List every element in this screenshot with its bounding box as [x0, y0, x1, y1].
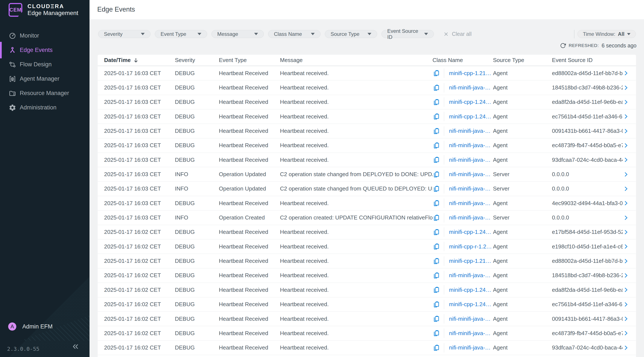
column-header-event-type[interactable]: Event Type [219, 57, 280, 63]
row-detail-chevron-icon[interactable] [623, 157, 629, 163]
row-detail-chevron-icon[interactable] [623, 243, 629, 250]
copy-icon[interactable] [432, 69, 440, 77]
copy-icon[interactable] [432, 272, 440, 279]
copy-icon[interactable] [432, 229, 440, 236]
column-header-event-source-id[interactable]: Event Source ID [552, 57, 623, 63]
table-row[interactable]: 2025-01-17 16:03 CET DEBUG Heartbeat Rec… [98, 80, 636, 95]
column-header-datetime[interactable]: Date/Time [98, 57, 175, 63]
sidebar-item-flow-design[interactable]: Flow Design [0, 57, 90, 72]
row-detail-chevron-icon[interactable] [623, 128, 629, 134]
class-name-link[interactable]: minifi-cpp-1.24… [449, 99, 491, 105]
row-detail-chevron-icon[interactable] [623, 70, 629, 76]
class-name-link[interactable]: nifi-minifi-java-… [449, 185, 491, 192]
class-name-link[interactable]: nifi-minifi-java-… [449, 128, 491, 134]
copy-icon[interactable] [432, 84, 440, 91]
class-name-link[interactable]: nifi-minifi-java-… [449, 214, 491, 221]
row-detail-chevron-icon[interactable] [623, 113, 629, 120]
class-name-link[interactable]: nifi-minifi-java-… [449, 171, 491, 178]
copy-icon[interactable] [432, 258, 440, 265]
copy-icon[interactable] [432, 185, 440, 192]
copy-icon[interactable] [432, 156, 440, 163]
sidebar-item-edge-events[interactable]: Edge Events [0, 43, 90, 57]
table-row[interactable]: 2025-01-17 16:02 CET DEBUG Heartbeat Rec… [98, 225, 636, 239]
row-detail-chevron-icon[interactable] [623, 301, 629, 308]
table-row[interactable]: 2025-01-17 16:03 CET DEBUG Heartbeat Rec… [98, 66, 636, 80]
row-detail-chevron-icon[interactable] [623, 84, 629, 91]
table-row[interactable]: 2025-01-17 16:02 CET DEBUG Heartbeat Rec… [98, 283, 636, 297]
table-row[interactable]: 2025-01-17 16:03 CET DEBUG Heartbeat Rec… [98, 95, 636, 109]
table-row[interactable]: 2025-01-17 16:02 CET DEBUG Heartbeat Rec… [98, 326, 636, 341]
copy-icon[interactable] [432, 315, 440, 323]
class-name-link[interactable]: nifi-minifi-java-… [449, 272, 491, 279]
class-name-link[interactable]: minifi-cpp-1.24… [449, 287, 491, 293]
class-name-link[interactable]: nifi-minifi-java-… [449, 316, 491, 322]
table-row[interactable]: 2025-01-17 16:02 CET DEBUG Heartbeat Rec… [98, 239, 636, 254]
class-name-link[interactable]: minifi-cpp-1.21… [449, 70, 491, 77]
table-row[interactable]: 2025-01-17 16:03 CET DEBUG Heartbeat Rec… [98, 109, 636, 124]
filter-severity[interactable]: Severity [98, 30, 150, 38]
column-header-class-name[interactable]: Class Name [432, 57, 493, 63]
filter-event-type[interactable]: Event Type [155, 30, 207, 38]
filter-message[interactable]: Message [212, 30, 264, 38]
class-name-link[interactable]: nifi-minifi-java-… [449, 142, 491, 149]
table-row[interactable]: 2025-01-17 16:02 CET DEBUG Heartbeat Rec… [98, 312, 636, 326]
clear-all-button[interactable]: Clear all [443, 31, 472, 37]
filter-event-source-id[interactable]: Event Source ID [382, 30, 434, 38]
time-window-select[interactable]: Time Window: All [578, 30, 636, 38]
copy-icon[interactable] [432, 243, 440, 250]
row-detail-chevron-icon[interactable] [623, 345, 629, 351]
table-row[interactable]: 2025-01-17 16:03 CET DEBUG Heartbeat Rec… [98, 196, 636, 210]
row-detail-chevron-icon[interactable] [623, 200, 629, 206]
class-name-link[interactable]: minifi-cpp-1.24… [449, 229, 491, 235]
row-detail-chevron-icon[interactable] [623, 229, 629, 235]
class-name-link[interactable]: nifi-minifi-java-… [449, 157, 491, 163]
row-detail-chevron-icon[interactable] [623, 171, 629, 178]
table-row[interactable]: 2025-01-17 16:03 CET DEBUG Heartbeat Rec… [98, 138, 636, 153]
class-name-link[interactable]: nifi-minifi-java-… [449, 330, 491, 337]
row-detail-chevron-icon[interactable] [623, 99, 629, 105]
table-row[interactable]: 2025-01-17 16:02 CET DEBUG Heartbeat Rec… [98, 268, 636, 283]
row-detail-chevron-icon[interactable] [623, 258, 629, 264]
copy-icon[interactable] [432, 98, 440, 106]
table-row[interactable]: 2025-01-17 16:03 CET INFO Operation Crea… [98, 210, 636, 225]
column-header-severity[interactable]: Severity [175, 57, 219, 63]
refresh-icon[interactable] [560, 43, 566, 48]
row-detail-chevron-icon[interactable] [623, 272, 629, 279]
class-name-link[interactable]: nifi-minifi-java-… [449, 84, 491, 91]
class-name-link[interactable]: nifi-minifi-java-… [449, 344, 491, 351]
row-detail-chevron-icon[interactable] [623, 186, 629, 192]
copy-icon[interactable] [432, 127, 440, 135]
copy-icon[interactable] [432, 113, 440, 120]
sidebar-item-agent-manager[interactable]: Agent Manager [0, 72, 90, 86]
filter-class-name[interactable]: Class Name [268, 30, 320, 38]
copy-icon[interactable] [432, 171, 440, 178]
column-header-source-type[interactable]: Source Type [493, 57, 552, 63]
row-detail-chevron-icon[interactable] [623, 215, 629, 221]
row-detail-chevron-icon[interactable] [623, 142, 629, 149]
copy-icon[interactable] [432, 330, 440, 337]
table-row[interactable]: 2025-01-17 16:02 CET DEBUG Heartbeat Rec… [98, 297, 636, 312]
table-row[interactable]: 2025-01-17 16:03 CET DEBUG Heartbeat Rec… [98, 124, 636, 138]
column-header-message[interactable]: Message [280, 57, 432, 63]
table-row[interactable]: 2025-01-17 16:03 CET INFO Operation Upda… [98, 167, 636, 182]
class-name-link[interactable]: minifi-cpp-1.21… [449, 258, 491, 264]
sidebar-item-resource-manager[interactable]: Resource Manager [0, 86, 90, 100]
class-name-link[interactable]: minifi-cpp-1.24… [449, 301, 491, 308]
row-detail-chevron-icon[interactable] [623, 287, 629, 293]
table-row[interactable]: 2025-01-17 16:03 CET INFO Operation Upda… [98, 182, 636, 196]
filter-source-type[interactable]: Source Type [325, 30, 377, 38]
copy-icon[interactable] [432, 286, 440, 294]
copy-icon[interactable] [432, 301, 440, 308]
table-row[interactable]: 2025-01-17 16:02 CET DEBUG Heartbeat Rec… [98, 341, 636, 355]
copy-icon[interactable] [432, 344, 440, 352]
row-detail-chevron-icon[interactable] [623, 330, 629, 337]
collapse-sidebar-button[interactable]: « [72, 340, 78, 351]
sidebar-item-administration[interactable]: Administration [0, 100, 90, 115]
class-name-link[interactable]: nifi-minifi-java-… [449, 200, 491, 207]
sidebar-item-monitor[interactable]: Monitor [0, 28, 90, 43]
table-row[interactable]: 2025-01-17 16:03 CET DEBUG Heartbeat Rec… [98, 153, 636, 167]
copy-icon[interactable] [432, 200, 440, 207]
row-detail-chevron-icon[interactable] [623, 316, 629, 322]
table-row[interactable]: 2025-01-17 16:02 CET DEBUG Heartbeat Rec… [98, 254, 636, 268]
copy-icon[interactable] [432, 142, 440, 149]
